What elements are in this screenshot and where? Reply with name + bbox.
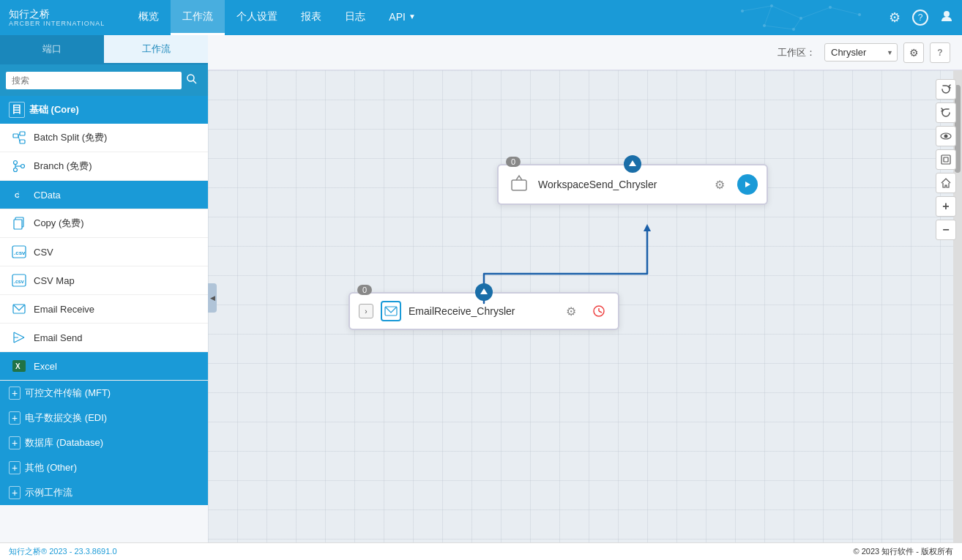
logo-name: 知行之桥 xyxy=(9,8,105,20)
category-edi[interactable]: + 电子数据交换 (EDI) xyxy=(0,406,208,430)
svg-point-22 xyxy=(14,168,18,172)
core-icon: 目 xyxy=(9,102,25,118)
top-nav: 知行之桥 ARCBER INTERNATIONAL 概览 工作流 个人设置 报表… xyxy=(0,0,962,35)
workspace-select-wrapper: Chrysler Default xyxy=(824,43,898,61)
svg-point-24 xyxy=(21,165,25,168)
workspace-send-gear-button[interactable]: ⚙ xyxy=(709,174,730,195)
svg-line-38 xyxy=(14,332,24,337)
zoom-out-button[interactable]: − xyxy=(936,220,956,240)
canvas-help-icon: ? xyxy=(937,48,942,58)
workspace-send-connector-top[interactable] xyxy=(624,155,641,173)
svg-marker-46 xyxy=(480,288,488,294)
csv-icon: .csv xyxy=(12,244,26,259)
workflow-canvas: 0 xyxy=(208,105,953,560)
svg-line-50 xyxy=(599,311,602,313)
zoom-in-button[interactable]: + xyxy=(936,196,956,217)
email-receive-clock-button[interactable] xyxy=(589,301,609,321)
email-receive-counter: 0 xyxy=(357,285,372,295)
redo-button[interactable] xyxy=(936,79,956,100)
search-area xyxy=(0,64,208,96)
canvas-help-button[interactable]: ? xyxy=(930,42,950,63)
nav-item-log[interactable]: 日志 xyxy=(333,0,377,35)
excel-label: Excel xyxy=(34,361,57,372)
sidebar-item-email-receive[interactable]: Email Receive xyxy=(0,295,208,324)
fit-button[interactable] xyxy=(936,149,956,170)
category-examples[interactable]: + 示例工作流 xyxy=(0,480,208,505)
edi-plus-icon: + xyxy=(9,411,20,425)
csvmap-label: CSV Map xyxy=(34,275,75,286)
workspace-send-play-button[interactable] xyxy=(737,174,758,195)
csvmap-icon: .csv xyxy=(12,273,26,288)
view-button[interactable] xyxy=(936,126,956,146)
help-icon[interactable]: ? xyxy=(912,10,928,26)
svg-rect-54 xyxy=(944,157,948,162)
svg-text:X: X xyxy=(15,362,20,370)
email-receive-label: Email Receive xyxy=(34,304,94,315)
sidebar-collapse-handle[interactable]: ◀ xyxy=(208,283,217,313)
nav-items: 概览 工作流 个人设置 报表 日志 API ▼ xyxy=(127,0,889,35)
svg-rect-19 xyxy=(20,140,25,143)
email-receive-gear-button[interactable]: ⚙ xyxy=(561,301,581,321)
svg-point-23 xyxy=(14,161,18,165)
collapse-icon: ◀ xyxy=(210,294,215,302)
nav-item-workflow[interactable]: 工作流 xyxy=(171,0,225,35)
sidebar-item-csv[interactable]: .csv CSV xyxy=(0,238,208,266)
excel-icon: X xyxy=(12,359,26,373)
category-mft[interactable]: + 可控文件传输 (MFT) xyxy=(0,381,208,406)
svg-point-15 xyxy=(187,75,194,81)
copy-label: Copy (免费) xyxy=(34,217,84,230)
email-receive-expand-button[interactable]: › xyxy=(359,304,373,318)
workspace-label: 工作区： xyxy=(778,46,816,59)
sidebar-content: 目 基础 (Core) Batch Split (免费) xyxy=(0,96,208,543)
category-other[interactable]: + 其他 (Other) xyxy=(0,455,208,480)
sidebar-item-email-send[interactable]: Email Send xyxy=(0,324,208,352)
sidebar-item-branch[interactable]: Branch (免费) xyxy=(0,152,208,181)
canvas-settings-button[interactable]: ⚙ xyxy=(903,42,924,63)
cdata-icon: C xyxy=(12,187,26,202)
svg-marker-43 xyxy=(629,160,636,166)
sidebar-item-cdata[interactable]: C CData xyxy=(0,181,208,209)
nav-item-report[interactable]: 报表 xyxy=(289,0,333,35)
svg-text:.csv: .csv xyxy=(14,279,24,284)
svg-rect-18 xyxy=(20,132,25,135)
nav-right: ⚙ ? xyxy=(889,10,953,26)
undo-button[interactable] xyxy=(936,102,956,123)
email-receive-connector-top[interactable] xyxy=(475,283,493,301)
canvas-settings-icon: ⚙ xyxy=(909,47,919,59)
sidebar-item-batch-split[interactable]: Batch Split (免费) xyxy=(0,124,208,152)
search-input[interactable] xyxy=(6,72,182,89)
workspace-select[interactable]: Chrysler Default xyxy=(824,43,898,61)
tab-workflow[interactable]: 工作流 xyxy=(104,35,208,64)
branch-label: Branch (免费) xyxy=(34,160,92,173)
nav-item-personal[interactable]: 个人设置 xyxy=(225,0,289,35)
svg-point-14 xyxy=(944,11,950,17)
examples-plus-icon: + xyxy=(9,486,20,499)
csv-label: CSV xyxy=(34,247,53,258)
svg-marker-45 xyxy=(745,182,750,187)
logo-area: 知行之桥 ARCBER INTERNATIONAL xyxy=(9,8,105,28)
node-email-receive: 0 › xyxy=(348,292,619,330)
sidebar-item-excel[interactable]: X Excel xyxy=(0,352,208,381)
batch-split-icon xyxy=(12,130,26,145)
mft-plus-icon: + xyxy=(9,387,20,400)
user-icon[interactable] xyxy=(940,10,953,26)
nav-item-overview[interactable]: 概览 xyxy=(127,0,171,35)
email-receive-icon xyxy=(381,301,401,321)
nav-item-api[interactable]: API ▼ xyxy=(377,0,427,35)
tab-port[interactable]: 端口 xyxy=(0,35,104,64)
search-button[interactable] xyxy=(182,70,202,90)
settings-icon[interactable]: ⚙ xyxy=(889,10,901,26)
home-button[interactable] xyxy=(936,173,956,193)
footer-right: © 2023 知行软件 - 版权所有 xyxy=(854,546,953,557)
logo-subtitle: ARCBER INTERNATIONAL xyxy=(9,20,105,27)
footer-left: 知行之桥® 2023 - 23.3.8691.0 xyxy=(9,546,117,557)
svg-text:C: C xyxy=(15,192,20,199)
sidebar-item-copy[interactable]: Copy (免费) xyxy=(0,209,208,238)
workspace-send-icon xyxy=(507,173,531,196)
copy-icon xyxy=(12,216,26,231)
svg-line-16 xyxy=(193,81,196,83)
category-database[interactable]: + 数据库 (Database) xyxy=(0,430,208,455)
sidebar-item-csvmap[interactable]: .csv CSV Map xyxy=(0,266,208,295)
sidebar: 端口 工作流 目 基础 (Core) xyxy=(0,35,208,560)
category-core[interactable]: 目 基础 (Core) xyxy=(0,96,208,124)
